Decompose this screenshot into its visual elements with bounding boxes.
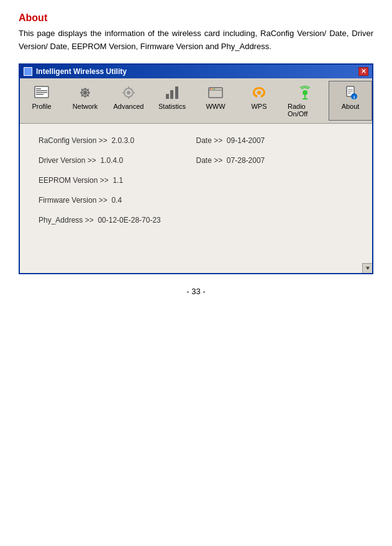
info-row-5: Phy_Address >> 00-12-0E-28-70-23: [39, 216, 353, 224]
svg-rect-19: [175, 86, 178, 99]
about-tab-label: About: [342, 103, 360, 110]
svg-point-10: [84, 91, 86, 94]
toolbar-item-wps[interactable]: WPS: [237, 81, 281, 121]
wps-icon: [250, 84, 268, 101]
phy-address-right: [196, 216, 354, 224]
www-icon: [207, 84, 224, 101]
app-icon: [24, 67, 32, 76]
driver-date-label: Date >> 07-28-2007: [196, 156, 354, 165]
svg-text:i: i: [353, 95, 355, 100]
svg-rect-3: [36, 92, 47, 93]
main-content: RaConfig Version >> 2.0.3.0 Date >> 09-1…: [20, 124, 372, 273]
svg-rect-18: [170, 90, 173, 99]
advanced-icon: [120, 84, 137, 101]
firmware-date-label: [196, 196, 354, 205]
svg-rect-31: [348, 91, 353, 92]
phy-address-label: Phy_Address >> 00-12-0E-28-70-23: [39, 216, 196, 224]
radio-label: Radio On/Off: [288, 103, 322, 118]
about-description: This page displays the information of th…: [19, 27, 373, 53]
toolbar-item-network[interactable]: Network: [63, 81, 107, 121]
toolbar-item-statistics[interactable]: Statistics: [150, 81, 194, 121]
about-heading: About: [19, 12, 373, 24]
svg-rect-4: [36, 94, 43, 95]
svg-rect-16: [132, 92, 135, 93]
network-icon: [76, 84, 94, 101]
svg-point-25: [257, 91, 261, 95]
statistics-icon: [163, 84, 181, 101]
firmware-version-label: Firmware Version >> 0.4: [39, 196, 196, 205]
info-table: RaConfig Version >> 2.0.3.0 Date >> 09-1…: [39, 136, 353, 224]
info-row-4: Firmware Version >> 0.4: [39, 196, 353, 205]
profile-icon: [33, 84, 50, 101]
info-row-1: RaConfig Version >> 2.0.3.0 Date >> 09-1…: [39, 136, 353, 145]
window-title: Intelligent Wireless Utility: [36, 67, 127, 76]
network-label: Network: [73, 103, 98, 110]
toolbar: Profile Network: [20, 78, 372, 124]
statistics-label: Statistics: [158, 103, 186, 110]
svg-marker-35: [366, 267, 370, 270]
info-row-3: EEPROM Version >> 1.1: [39, 176, 353, 185]
svg-point-23: [212, 88, 213, 90]
svg-rect-13: [128, 86, 129, 89]
toolbar-item-advanced[interactable]: Advanced: [107, 81, 150, 121]
app-window: Intelligent Wireless Utility ✕: [19, 63, 373, 274]
svg-point-24: [214, 88, 215, 90]
toolbar-item-about[interactable]: i About: [329, 81, 372, 121]
raconfig-date-label: Date >> 09-14-2007: [196, 136, 354, 145]
page-content: About This page displays the information…: [0, 0, 392, 308]
advanced-label: Advanced: [114, 103, 144, 110]
svg-rect-14: [128, 96, 129, 99]
about-icon: i: [342, 84, 359, 101]
scroll-down-arrow[interactable]: [362, 263, 372, 273]
eeprom-date-label: [196, 176, 354, 185]
svg-point-22: [210, 88, 211, 90]
svg-rect-2: [36, 90, 47, 91]
svg-rect-17: [166, 94, 169, 99]
toolbar-item-radio[interactable]: Radio On/Off: [281, 81, 329, 121]
svg-point-26: [303, 90, 308, 95]
www-label: WWW: [206, 103, 225, 110]
title-bar-left: Intelligent Wireless Utility: [24, 67, 127, 76]
toolbar-item-www[interactable]: WWW: [194, 81, 237, 121]
radio-icon: [296, 84, 314, 101]
driver-version-label: Driver Version >> 1.0.4.0: [39, 156, 196, 165]
toolbar-item-profile[interactable]: Profile: [20, 81, 63, 121]
close-button[interactable]: ✕: [358, 67, 368, 76]
page-number: - 33 -: [19, 287, 373, 296]
svg-point-12: [127, 91, 130, 95]
profile-label: Profile: [32, 103, 51, 110]
raconfig-version-label: RaConfig Version >> 2.0.3.0: [39, 136, 196, 145]
wps-label: WPS: [251, 103, 267, 110]
title-bar-buttons: ✕: [358, 67, 368, 76]
title-bar: Intelligent Wireless Utility ✕: [20, 65, 372, 78]
svg-rect-1: [36, 88, 41, 90]
eeprom-version-label: EEPROM Version >> 1.1: [39, 176, 196, 185]
svg-rect-30: [348, 89, 353, 90]
svg-rect-32: [348, 93, 351, 94]
info-row-2: Driver Version >> 1.0.4.0 Date >> 07-28-…: [39, 156, 353, 165]
svg-rect-15: [122, 92, 125, 93]
